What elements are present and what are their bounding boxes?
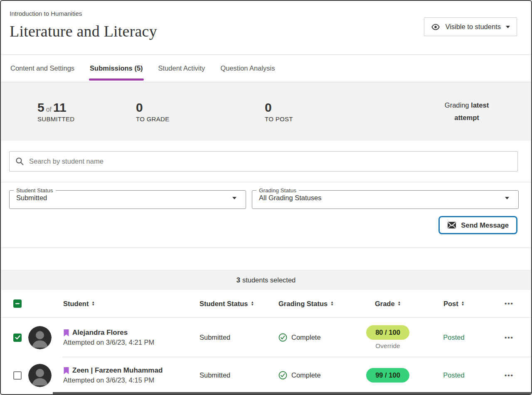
student-status-value: Submitted	[196, 371, 275, 379]
grading-status-value: All Grading Statuses	[259, 194, 321, 202]
post-status: Posted	[421, 371, 487, 379]
grading-mode-prefix: Grading	[445, 101, 471, 109]
grading-status-value: Complete	[291, 371, 321, 379]
grading-status-label: Grading Status	[256, 187, 299, 194]
column-label: Student Status	[200, 300, 248, 308]
column-header-grading-status[interactable]: Grading Status ▲▼	[275, 300, 355, 308]
course-name: Introduction to Humanities	[10, 10, 531, 17]
to-post-count: 0	[265, 101, 436, 114]
submitted-total: 11	[53, 101, 66, 114]
table-row: Zeen | Farzeen Muhammad Attempted on 3/6…	[1, 357, 531, 393]
stat-submitted: 5of11 SUBMITTED	[37, 101, 136, 123]
selection-count: 3	[236, 276, 240, 284]
chevron-down-icon	[506, 26, 510, 28]
visibility-dropdown-button[interactable]: Visible to students	[424, 17, 517, 36]
student-status-value: Submitted	[16, 194, 47, 202]
to-grade-label: TO GRADE	[136, 115, 265, 123]
avatar	[28, 364, 52, 387]
search-icon	[15, 157, 24, 166]
spacer	[1, 248, 531, 270]
stat-to-post: 0 TO POST	[265, 101, 436, 123]
submitted-count: 5	[37, 101, 44, 114]
to-post-label: TO POST	[265, 115, 436, 123]
send-message-button[interactable]: Send Message	[438, 216, 517, 234]
column-header-student-status[interactable]: Student Status ▲▼	[196, 300, 275, 308]
sort-icon: ▲▼	[330, 301, 333, 306]
stat-to-grade: 0 TO GRADE	[136, 101, 265, 123]
complete-check-icon	[278, 371, 287, 380]
tab-content-and-settings[interactable]: Content and Settings	[10, 55, 75, 82]
tab-question-analysis[interactable]: Question Analysis	[219, 55, 276, 82]
student-status-value: Submitted	[196, 334, 275, 341]
tab-bar: Content and Settings Submissions (5) Stu…	[1, 55, 531, 82]
cutoff-divider	[53, 392, 531, 394]
grading-status-select[interactable]: Grading Status All Grading Statuses	[252, 187, 519, 209]
sort-icon: ▲▼	[398, 301, 401, 306]
submitted-of: of	[44, 106, 53, 113]
column-label: Grading Status	[278, 300, 328, 308]
page-header: Introduction to Humanities Literature an…	[1, 1, 531, 55]
row-checkbox[interactable]	[13, 371, 22, 380]
sort-icon: ▲▼	[91, 301, 94, 306]
row-options-menu-button[interactable]: •••	[502, 371, 516, 380]
sort-icon: ▲▼	[251, 301, 254, 306]
grading-mode: Grading latest attempt	[436, 99, 498, 124]
column-label: Student	[63, 300, 89, 308]
table-row: Alejandra Flores Attempted on 3/6/23, 4:…	[1, 318, 531, 357]
column-header-grade[interactable]: Grade ▲▼	[355, 300, 421, 308]
search-box	[9, 151, 518, 172]
grading-status-value: Complete	[291, 334, 321, 341]
avatar	[28, 326, 52, 349]
post-status: Posted	[421, 334, 487, 341]
chevron-down-icon	[232, 197, 236, 199]
submitted-label: SUBMITTED	[37, 115, 136, 123]
visibility-label: Visible to students	[445, 23, 501, 31]
submissions-page: Introduction to Humanities Literature an…	[0, 0, 532, 395]
grade-pill[interactable]: 99 / 100	[366, 368, 409, 383]
grade-pill[interactable]: 80 / 100	[366, 325, 409, 340]
column-header-post[interactable]: Post ▲▼	[421, 300, 487, 308]
accommodations-bookmark-icon	[63, 329, 69, 337]
filter-section: Student Status Submitted Grading Status …	[1, 182, 531, 248]
row-options-menu-button[interactable]: •••	[502, 333, 516, 342]
search-input[interactable]	[29, 157, 512, 165]
tab-submissions[interactable]: Submissions (5)	[89, 55, 143, 82]
grade-override-note: Override	[375, 342, 400, 350]
to-grade-count: 0	[136, 101, 265, 114]
student-name-link[interactable]: Alejandra Flores	[72, 329, 128, 337]
chevron-down-icon	[505, 197, 509, 199]
complete-check-icon	[278, 333, 287, 342]
accommodations-bookmark-icon	[63, 367, 69, 375]
selection-text: students selected	[242, 276, 296, 284]
stats-strip: 5of11 SUBMITTED 0 TO GRADE 0 TO POST Gra…	[1, 82, 531, 141]
tab-student-activity[interactable]: Student Activity	[158, 55, 206, 82]
select-all-checkbox[interactable]	[13, 299, 22, 308]
column-label: Post	[443, 300, 458, 308]
student-status-label: Student Status	[14, 187, 56, 194]
row-checkbox[interactable]	[13, 334, 22, 342]
student-name-link[interactable]: Zeen | Farzeen Muhammad	[72, 366, 163, 375]
attempt-info: Attempted on 3/6/23, 4:15 PM	[63, 376, 196, 384]
student-status-select[interactable]: Student Status Submitted	[9, 187, 246, 209]
attempt-info: Attempted on 3/6/23, 4:21 PM	[63, 339, 196, 346]
selection-summary-bar: 3 students selected	[1, 270, 531, 290]
column-label: Grade	[375, 300, 395, 308]
table-options-menu-button[interactable]: •••	[502, 299, 516, 308]
envelope-icon	[447, 221, 456, 229]
column-header-student[interactable]: Student ▲▼	[63, 300, 196, 308]
eye-icon	[431, 22, 440, 32]
sort-icon: ▲▼	[461, 301, 464, 306]
send-message-label: Send Message	[461, 221, 509, 229]
table-header-row: Student ▲▼ Student Status ▲▼ Grading Sta…	[1, 290, 531, 318]
search-section	[1, 141, 531, 182]
